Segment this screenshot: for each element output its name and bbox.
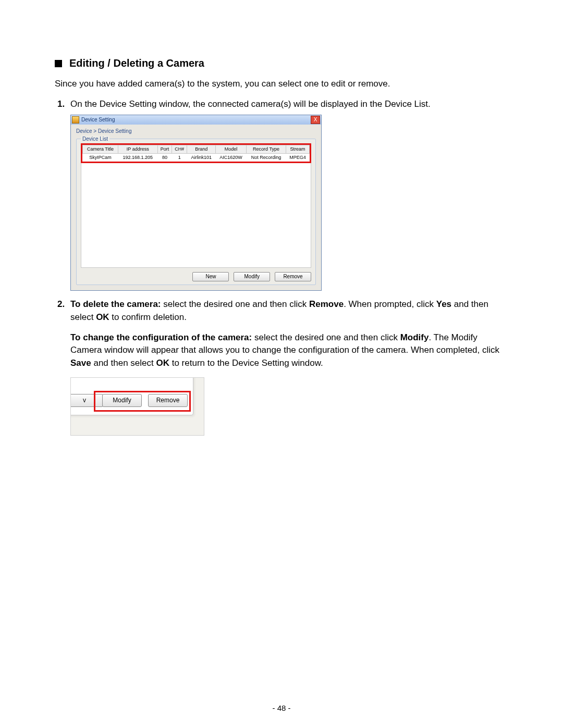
closeup-remove-button[interactable]: Remove: [148, 394, 188, 407]
modify-instruction: To change the configuration of the camer…: [70, 331, 508, 370]
col-stream[interactable]: Stream: [286, 145, 309, 153]
modify-remove-closeup: v Modify Remove: [70, 377, 204, 436]
table-row[interactable]: SkyIPCam 192.168.1.205 80 1 Airlink101 A…: [83, 153, 310, 162]
delete-lead: To delete the camera:: [70, 299, 161, 309]
window-titlebar: Device Setting X: [71, 115, 321, 125]
cell-ch: 1: [172, 153, 187, 162]
delete-instruction: To delete the camera: select the desired…: [70, 298, 508, 324]
step-1-text: On the Device Setting window, the connec…: [70, 99, 431, 109]
intro-paragraph: Since you have added camera(s) to the sy…: [55, 78, 508, 91]
device-list-highlight: Camera Title IP address Port CH# Brand M…: [81, 143, 311, 163]
cell-port: 80: [157, 153, 172, 162]
cell-record-type: Not Recording: [247, 153, 286, 162]
group-label: Device List: [81, 135, 109, 143]
cell-ip: 192.168.1.205: [118, 153, 157, 162]
cell-brand: Airlink101: [187, 153, 216, 162]
window-title: Device Setting: [81, 116, 311, 124]
heading-text: Editing / Deleting a Camera: [69, 57, 204, 69]
cell-stream: MPEG4: [286, 153, 309, 162]
square-bullet-icon: [55, 60, 62, 67]
button-row: New Modify Remove: [81, 272, 311, 282]
breadcrumb: Device > Device Setting: [76, 128, 316, 135]
modify-lead: To change the configuration of the camer…: [70, 332, 252, 342]
new-button[interactable]: New: [192, 272, 229, 282]
cell-model: AIC1620W: [215, 153, 246, 162]
remove-button[interactable]: Remove: [275, 272, 311, 282]
cell-camera-title: SkyIPCam: [83, 153, 118, 162]
close-icon[interactable]: X: [311, 116, 320, 124]
col-port[interactable]: Port: [157, 145, 172, 153]
device-list-empty-area: [81, 163, 311, 268]
modify-button[interactable]: Modify: [234, 272, 270, 282]
device-list-table: Camera Title IP address Port CH# Brand M…: [82, 145, 310, 162]
col-ip[interactable]: IP address: [118, 145, 157, 153]
step-1: On the Device Setting window, the connec…: [67, 98, 508, 291]
col-brand[interactable]: Brand: [187, 145, 216, 153]
device-setting-window: Device Setting X Device > Device Setting…: [70, 115, 322, 291]
col-model[interactable]: Model: [215, 145, 246, 153]
device-list-group: Device List Camera Title IP address Port…: [76, 139, 316, 286]
col-record-type[interactable]: Record Type: [247, 145, 286, 153]
app-icon: [72, 116, 79, 124]
table-header-row: Camera Title IP address Port CH# Brand M…: [83, 145, 310, 153]
step-2: To delete the camera: select the desired…: [67, 298, 508, 435]
section-heading: Editing / Deleting a Camera: [55, 57, 508, 69]
col-camera-title[interactable]: Camera Title: [83, 145, 118, 153]
col-ch[interactable]: CH#: [172, 145, 187, 153]
page-number: - 48 -: [0, 704, 563, 712]
closeup-modify-button[interactable]: Modify: [102, 394, 142, 407]
